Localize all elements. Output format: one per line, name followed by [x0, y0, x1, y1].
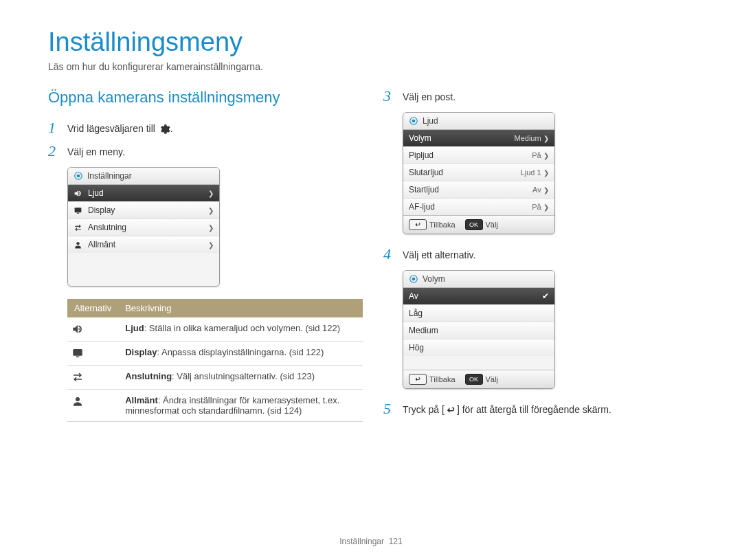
footer-section-label: Inställningar	[339, 537, 384, 546]
menu-item-value: Medium	[515, 134, 541, 142]
arrows-icon	[74, 223, 82, 232]
chevron-right-icon: ❯	[208, 207, 214, 214]
step-2: 2 Välj en meny.	[48, 144, 363, 159]
person-icon	[67, 390, 118, 422]
menu-item-label: Pipljud	[409, 150, 434, 160]
camera-screen-sound: Ljud VolymMedium ❯PipljudPå ❯SlutarljudL…	[403, 112, 555, 234]
option-item[interactable]: Låg	[403, 305, 554, 322]
menu-item-label: Allmänt	[88, 240, 115, 249]
step-5-prefix: Tryck på [	[403, 404, 445, 415]
menu-item[interactable]: StartljudAv ❯	[403, 181, 554, 199]
menu-item-label: Display	[88, 205, 115, 215]
footer-select: Välj	[486, 375, 498, 383]
screen-footer: Tillbaka OKVälj	[403, 370, 554, 388]
table-desc: Ljud: Ställa in olika kameraljud och vol…	[118, 317, 363, 341]
menu-item[interactable]: Display❯	[68, 202, 219, 219]
chevron-right-icon: ❯	[208, 224, 214, 232]
menu-item[interactable]: Anslutning❯	[68, 219, 219, 236]
menu-item-value: Av	[532, 186, 541, 194]
ok-key: OK	[465, 219, 483, 230]
step-text: Välj en post.	[403, 89, 456, 102]
th-desc: Beskrivning	[118, 299, 363, 317]
screen-spacer	[403, 356, 554, 370]
table-desc: Allmänt: Ändra inställningar för kameras…	[118, 390, 363, 422]
table-desc: Display: Anpassa displayinställningarna.…	[118, 341, 363, 366]
arrows-icon	[67, 366, 118, 390]
screen-header: Volym	[403, 271, 554, 288]
step-text: Vrid lägesväljaren till .	[67, 120, 173, 135]
camera-screen-settings: Inställningar Ljud❯Display❯Anslutning❯Al…	[67, 167, 220, 287]
chevron-right-icon: ❯	[543, 186, 549, 194]
option-item[interactable]: Hög	[403, 339, 554, 356]
table-desc: Anslutning: Välj anslutningsalternativ. …	[118, 366, 363, 390]
screen-header: Inställningar	[68, 168, 219, 185]
step-1-suffix: .	[170, 123, 173, 134]
menu-item-label: Slutarljud	[409, 168, 443, 177]
step-number: 4	[383, 247, 396, 262]
chevron-right-icon: ❯	[543, 203, 549, 211]
menu-item[interactable]: Ljud❯	[68, 185, 219, 202]
menu-item-value: Ljud 1	[521, 168, 541, 177]
screen-title: Volym	[423, 274, 445, 284]
step-number: 5	[383, 401, 396, 416]
step-5: 5 Tryck på [] för att återgå till föregå…	[383, 401, 694, 416]
page-intro: Läs om hur du konfigurerar kamerainställ…	[48, 61, 694, 72]
step-3: 3 Välj en post.	[383, 89, 694, 104]
back-icon	[445, 404, 457, 416]
menu-rows: VolymMedium ❯PipljudPå ❯SlutarljudLjud 1…	[403, 130, 554, 215]
step-1: 1 Vrid lägesväljaren till .	[48, 120, 363, 135]
step-1-prefix: Vrid lägesväljaren till	[67, 123, 158, 134]
option-label: Av	[409, 291, 418, 301]
table-row: Allmänt: Ändra inställningar för kameras…	[67, 390, 363, 422]
chevron-right-icon: ❯	[208, 190, 214, 197]
chevron-right-icon: ❯	[543, 169, 549, 177]
menu-item[interactable]: VolymMedium ❯	[403, 130, 554, 147]
table-row: Display: Anpassa displayinställningarna.…	[67, 341, 363, 366]
screen-icon	[74, 206, 82, 215]
screen-title: Ljud	[423, 116, 438, 126]
menu-item[interactable]: PipljudPå ❯	[403, 147, 554, 164]
step-text: Välj en meny.	[67, 144, 125, 157]
menu-item-label: AF-ljud	[409, 202, 435, 212]
section-heading: Öppna kamerans inställningsmeny	[48, 89, 363, 107]
options-table: Alternativ Beskrivning Ljud: Ställa in o…	[67, 299, 363, 422]
chevron-right-icon: ❯	[543, 135, 549, 142]
chevron-right-icon: ❯	[208, 241, 214, 249]
back-icon	[409, 219, 427, 230]
menu-item[interactable]: Allmänt❯	[68, 236, 219, 253]
footer-page-number: 121	[389, 537, 403, 546]
camera-screen-volume: Volym Av✔LågMediumHög Tillbaka OKVälj	[403, 270, 555, 389]
page-title: Inställningsmeny	[48, 27, 694, 57]
ok-key: OK	[465, 374, 483, 385]
footer-back: Tillbaka	[429, 375, 456, 383]
option-label: Hög	[409, 343, 424, 352]
step-4: 4 Välj ett alternativ.	[383, 247, 694, 262]
menu-item-label: Startljud	[409, 185, 439, 194]
person-icon	[74, 240, 82, 249]
step-text: Tryck på [] för att återgå till föregåen…	[403, 401, 611, 416]
option-item[interactable]: Medium	[403, 322, 554, 339]
step-number: 3	[383, 89, 396, 104]
option-label: Medium	[409, 326, 438, 335]
chevron-right-icon: ❯	[543, 152, 549, 159]
step-number: 2	[48, 144, 60, 159]
lens-icon	[74, 171, 83, 181]
step-number: 1	[48, 120, 60, 135]
footer-select: Välj	[486, 221, 498, 229]
menu-item-label: Anslutning	[88, 223, 126, 232]
screen-icon	[67, 341, 118, 366]
screen-footer: Tillbaka OKVälj	[403, 215, 554, 234]
check-icon: ✔	[542, 291, 549, 301]
menu-item-label: Ljud	[88, 188, 104, 198]
gear-icon	[158, 123, 170, 135]
menu-item[interactable]: AF-ljudPå ❯	[403, 199, 554, 215]
menu-item[interactable]: SlutarljudLjud 1 ❯	[403, 164, 554, 181]
footer-back: Tillbaka	[429, 221, 456, 229]
screen-header: Ljud	[403, 113, 554, 130]
screen-title: Inställningar	[87, 171, 132, 181]
th-option: Alternativ	[67, 299, 118, 317]
screen-spacer	[68, 253, 219, 286]
option-item[interactable]: Av✔	[403, 288, 554, 305]
option-label: Låg	[409, 309, 423, 318]
step-5-suffix: ] för att återgå till föregående skärm.	[457, 404, 611, 415]
